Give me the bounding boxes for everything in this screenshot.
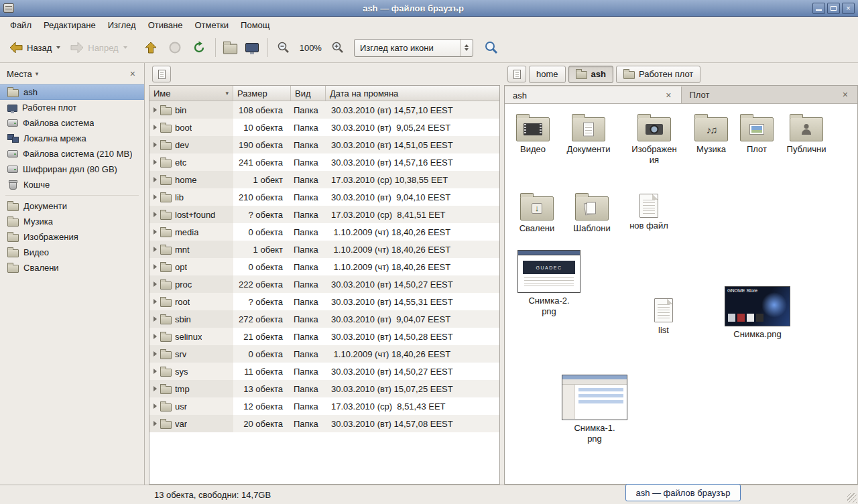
table-row[interactable]: sys11 обектаПапка30.03.2010 (вт) 14,50,2… — [149, 363, 499, 380]
expander-icon[interactable] — [154, 212, 157, 217]
expander-icon[interactable] — [154, 334, 157, 339]
sidebar-item-1[interactable]: Работен плот — [0, 100, 144, 115]
up-button[interactable] — [139, 36, 162, 59]
table-row[interactable]: home1 обектПапка17.03.2010 (ср) 10,38,55… — [149, 171, 499, 188]
places-menu-button[interactable]: Места ▾ — [7, 69, 38, 79]
table-row[interactable]: media0 обектаПапка 1.10.2009 (чт) 18,40,… — [149, 223, 499, 241]
sidebar-item-6[interactable]: Кошче — [0, 177, 144, 192]
icon-view-item[interactable]: GNOME StoreСнимка.png — [723, 286, 792, 340]
expander-icon[interactable] — [154, 421, 157, 426]
column-header-size[interactable]: Размер — [233, 86, 291, 101]
expander-icon[interactable] — [154, 194, 157, 200]
expander-icon[interactable] — [154, 142, 157, 147]
expander-icon[interactable] — [154, 403, 157, 409]
sidebar-item-0[interactable]: ash — [0, 84, 144, 100]
stop-button[interactable] — [164, 36, 186, 59]
expander-icon[interactable] — [154, 369, 157, 374]
expander-icon[interactable] — [154, 386, 157, 391]
icon-view-item[interactable]: Шаблони — [565, 191, 619, 234]
expander-icon[interactable] — [154, 316, 157, 322]
path-button-home[interactable]: home — [529, 66, 566, 83]
menu-view[interactable]: Изглед — [102, 18, 142, 32]
icon-view-item[interactable]: Снимка-1.png — [561, 375, 628, 444]
table-row[interactable]: tmp13 обектаПапка30.03.2010 (вт) 15,07,2… — [149, 380, 499, 397]
tab-close-icon[interactable]: × — [841, 90, 849, 99]
menu-file[interactable]: Файл — [4, 18, 38, 32]
sidebar-item-4[interactable]: Файлова система (210 MB) — [0, 146, 144, 162]
menu-edit[interactable]: Редактиране — [38, 18, 102, 32]
icon-view-item[interactable]: нов файл — [622, 191, 676, 231]
table-row[interactable]: usr12 обектаПапка17.03.2010 (ср) 8,51,43… — [149, 397, 499, 415]
resize-grip[interactable] — [847, 493, 857, 503]
tab-close-icon[interactable]: × — [664, 90, 672, 100]
table-row[interactable]: bin108 обектаПапка30.03.2010 (вт) 14,57,… — [149, 101, 499, 119]
expander-icon[interactable] — [154, 107, 157, 113]
sidebar-close-button[interactable]: × — [128, 68, 137, 79]
table-row[interactable]: selinux21 обектаПапка30.03.2010 (вт) 14,… — [149, 328, 499, 345]
tab-ash[interactable]: ash × — [505, 86, 682, 103]
expander-icon[interactable] — [154, 299, 157, 304]
location-toggle-button[interactable] — [152, 66, 171, 82]
column-header-date[interactable]: Дата на промяна — [326, 86, 499, 101]
sidebar-item-8[interactable]: Музика — [0, 214, 144, 229]
icon-view-item[interactable]: ↓Свалени — [510, 191, 564, 234]
menu-bookmarks[interactable]: Отметки — [188, 18, 235, 32]
table-row[interactable]: proc222 обектаПапка30.03.2010 (вт) 14,50… — [149, 275, 499, 293]
expander-icon[interactable] — [154, 229, 157, 235]
icon-view-item[interactable]: Плот — [731, 112, 782, 155]
sidebar-item-5[interactable]: Шифриран дял (80 GB) — [0, 162, 144, 177]
pathbar-root-button[interactable] — [507, 66, 526, 82]
table-row[interactable]: boot10 обектаПапка30.03.2010 (вт) 9,05,2… — [149, 119, 499, 136]
expander-icon[interactable] — [154, 177, 157, 182]
minimize-button[interactable] — [812, 3, 825, 14]
table-row[interactable]: dev190 обектаПапка30.03.2010 (вт) 14,51,… — [149, 136, 499, 153]
expander-icon[interactable] — [154, 264, 157, 269]
zoom-in-button[interactable] — [327, 36, 349, 59]
menu-help[interactable]: Помощ — [235, 18, 275, 32]
icon-view-item[interactable]: ♪♫Музика — [684, 112, 738, 155]
table-row[interactable]: opt0 обектаПапка 1.10.2009 (чт) 18,40,26… — [149, 258, 499, 275]
reload-button[interactable] — [188, 36, 210, 59]
sidebar-item-7[interactable]: Документи — [0, 198, 144, 214]
tree-body[interactable]: bin108 обектаПапка30.03.2010 (вт) 14,57,… — [149, 101, 499, 484]
column-header-name[interactable]: Име ▾ — [149, 86, 233, 101]
menu-go[interactable]: Отиване — [142, 18, 189, 32]
icon-view-item[interactable]: list — [636, 296, 691, 336]
sidebar-item-3[interactable]: Локална мрежа — [0, 131, 144, 146]
table-row[interactable]: var20 обектаПапка30.03.2010 (вт) 14,57,0… — [149, 415, 499, 432]
sidebar-item-11[interactable]: Свалени — [0, 260, 144, 275]
expander-icon[interactable] — [154, 351, 157, 357]
path-button-ash[interactable]: ash — [568, 66, 613, 83]
table-row[interactable]: srv0 обектаПапка 1.10.2009 (чт) 18,40,26… — [149, 345, 499, 363]
table-row[interactable]: sbin272 обектаПапка30.03.2010 (вт) 9,04,… — [149, 310, 499, 328]
icon-view[interactable]: ВидеоДокументиИзображения♪♫МузикаПлотПуб… — [505, 104, 857, 484]
icon-view-item[interactable]: Документи — [561, 112, 616, 155]
icon-view-item[interactable]: GUADECСнимка-2.png — [515, 250, 583, 316]
expander-icon[interactable] — [154, 125, 157, 130]
computer-button[interactable] — [241, 36, 263, 59]
home-button[interactable] — [221, 36, 240, 59]
sidebar-item-9[interactable]: Изображения — [0, 229, 144, 245]
table-row[interactable]: lost+found? обектаПапка17.03.2010 (ср) 8… — [149, 206, 499, 223]
table-row[interactable]: lib210 обектаПапка30.03.2010 (вт) 9,04,1… — [149, 188, 499, 206]
search-button[interactable] — [480, 36, 503, 59]
forward-button[interactable]: Напред — [66, 36, 131, 59]
path-button-desktop[interactable]: Работен плот — [616, 66, 700, 83]
expander-icon[interactable] — [154, 281, 157, 287]
table-row[interactable]: mnt1 обектПапка 1.10.2009 (чт) 18,40,26 … — [149, 241, 499, 258]
zoom-out-button[interactable] — [273, 36, 294, 59]
sidebar-item-2[interactable]: Файлова система — [0, 115, 144, 131]
expander-icon[interactable] — [154, 160, 157, 165]
column-header-type[interactable]: Вид — [291, 86, 326, 101]
view-mode-select[interactable]: Изглед като икони — [354, 39, 473, 57]
sidebar-item-10[interactable]: Видео — [0, 245, 144, 260]
icon-view-item[interactable]: Изображения — [626, 112, 682, 165]
icon-view-item[interactable]: Видео — [506, 112, 560, 155]
table-row[interactable]: etc241 обектаПапка30.03.2010 (вт) 14,57,… — [149, 153, 499, 171]
tab-desktop[interactable]: Плот × — [682, 86, 858, 103]
table-row[interactable]: root? обектаПапка30.03.2010 (вт) 14,55,3… — [149, 293, 499, 310]
back-button[interactable]: Назад — [5, 36, 64, 59]
maximize-button[interactable] — [827, 3, 840, 14]
close-button[interactable]: × — [842, 3, 855, 14]
icon-view-item[interactable]: Публични — [778, 112, 835, 155]
